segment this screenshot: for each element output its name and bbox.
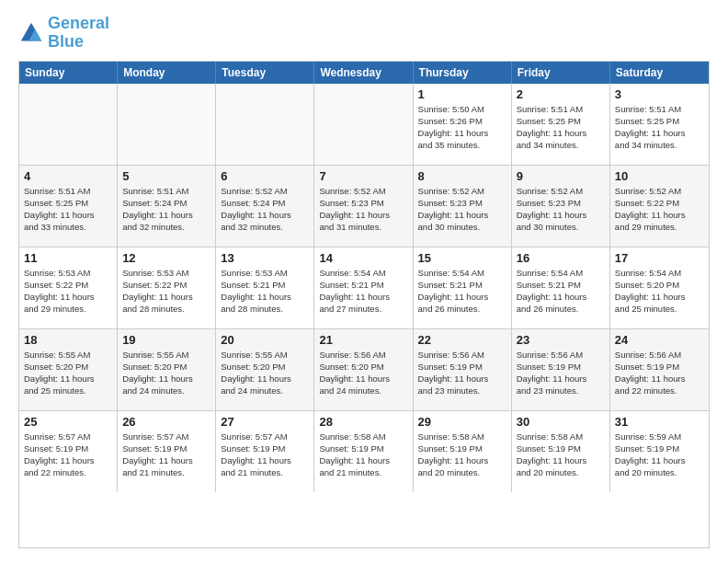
- day-number: 15: [418, 251, 506, 265]
- calendar-cell: 9Sunrise: 5:52 AM Sunset: 5:23 PM Daylig…: [512, 166, 610, 247]
- day-number: 7: [319, 169, 407, 183]
- calendar-cell: 7Sunrise: 5:52 AM Sunset: 5:23 PM Daylig…: [314, 166, 413, 247]
- calendar-cell: 30Sunrise: 5:58 AM Sunset: 5:19 PM Dayli…: [512, 411, 610, 492]
- calendar-cell: [19, 84, 118, 165]
- calendar-cell: 19Sunrise: 5:55 AM Sunset: 5:20 PM Dayli…: [118, 329, 216, 410]
- day-info: Sunrise: 5:58 AM Sunset: 5:19 PM Dayligh…: [418, 431, 506, 479]
- calendar-cell: 3Sunrise: 5:51 AM Sunset: 5:25 PM Daylig…: [610, 84, 709, 165]
- logo-icon: [18, 20, 44, 46]
- logo-text: General Blue: [48, 15, 109, 52]
- day-info: Sunrise: 5:52 AM Sunset: 5:24 PM Dayligh…: [221, 185, 309, 234]
- day-info: Sunrise: 5:58 AM Sunset: 5:19 PM Dayligh…: [319, 431, 407, 479]
- day-info: Sunrise: 5:54 AM Sunset: 5:20 PM Dayligh…: [615, 267, 704, 316]
- day-number: 24: [615, 333, 704, 347]
- header-day-tuesday: Tuesday: [216, 62, 314, 84]
- day-number: 5: [122, 169, 210, 183]
- day-info: Sunrise: 5:54 AM Sunset: 5:21 PM Dayligh…: [418, 267, 506, 316]
- header-day-sunday: Sunday: [19, 62, 118, 84]
- day-info: Sunrise: 5:53 AM Sunset: 5:21 PM Dayligh…: [221, 267, 309, 316]
- calendar-cell: 26Sunrise: 5:57 AM Sunset: 5:19 PM Dayli…: [118, 411, 216, 492]
- day-number: 10: [615, 169, 704, 183]
- day-info: Sunrise: 5:51 AM Sunset: 5:25 PM Dayligh…: [517, 103, 605, 152]
- day-info: Sunrise: 5:53 AM Sunset: 5:22 PM Dayligh…: [24, 267, 112, 316]
- calendar-header: SundayMondayTuesdayWednesdayThursdayFrid…: [19, 62, 709, 84]
- calendar-cell: 24Sunrise: 5:56 AM Sunset: 5:19 PM Dayli…: [610, 329, 709, 410]
- day-info: Sunrise: 5:56 AM Sunset: 5:19 PM Dayligh…: [615, 349, 704, 397]
- calendar-body: 1Sunrise: 5:50 AM Sunset: 5:26 PM Daylig…: [19, 84, 709, 492]
- header-day-thursday: Thursday: [414, 62, 512, 84]
- day-info: Sunrise: 5:57 AM Sunset: 5:19 PM Dayligh…: [24, 431, 112, 479]
- day-info: Sunrise: 5:53 AM Sunset: 5:22 PM Dayligh…: [122, 267, 210, 316]
- calendar-cell: 23Sunrise: 5:56 AM Sunset: 5:19 PM Dayli…: [512, 329, 610, 410]
- calendar-row-1: 1Sunrise: 5:50 AM Sunset: 5:26 PM Daylig…: [19, 84, 709, 166]
- calendar-cell: 13Sunrise: 5:53 AM Sunset: 5:21 PM Dayli…: [216, 247, 314, 328]
- header-day-friday: Friday: [512, 62, 610, 84]
- day-number: 6: [221, 169, 309, 183]
- day-number: 18: [24, 333, 112, 347]
- day-number: 26: [122, 415, 210, 429]
- calendar-cell: [216, 84, 314, 165]
- day-number: 17: [615, 251, 704, 265]
- header-day-wednesday: Wednesday: [314, 62, 413, 84]
- day-number: 8: [418, 169, 506, 183]
- calendar-cell: 10Sunrise: 5:52 AM Sunset: 5:22 PM Dayli…: [610, 166, 709, 247]
- day-number: 20: [221, 333, 309, 347]
- day-number: 2: [517, 87, 605, 101]
- day-info: Sunrise: 5:52 AM Sunset: 5:23 PM Dayligh…: [319, 185, 407, 234]
- day-info: Sunrise: 5:57 AM Sunset: 5:19 PM Dayligh…: [221, 431, 309, 479]
- calendar-cell: [314, 84, 413, 165]
- day-number: 31: [615, 415, 704, 429]
- day-number: 25: [24, 415, 112, 429]
- calendar-cell: 22Sunrise: 5:56 AM Sunset: 5:19 PM Dayli…: [414, 329, 512, 410]
- day-info: Sunrise: 5:54 AM Sunset: 5:21 PM Dayligh…: [517, 267, 605, 316]
- calendar-cell: 15Sunrise: 5:54 AM Sunset: 5:21 PM Dayli…: [414, 247, 512, 328]
- day-info: Sunrise: 5:51 AM Sunset: 5:25 PM Dayligh…: [615, 103, 704, 152]
- day-number: 22: [418, 333, 506, 347]
- day-number: 4: [24, 169, 112, 183]
- calendar-row-4: 18Sunrise: 5:55 AM Sunset: 5:20 PM Dayli…: [19, 329, 709, 411]
- calendar-cell: 4Sunrise: 5:51 AM Sunset: 5:25 PM Daylig…: [19, 166, 118, 247]
- day-number: 12: [122, 251, 210, 265]
- day-number: 14: [319, 251, 407, 265]
- calendar-cell: 2Sunrise: 5:51 AM Sunset: 5:25 PM Daylig…: [512, 84, 610, 165]
- day-number: 29: [418, 415, 506, 429]
- logo: General Blue: [18, 15, 109, 52]
- header-day-saturday: Saturday: [610, 62, 709, 84]
- calendar-cell: 29Sunrise: 5:58 AM Sunset: 5:19 PM Dayli…: [414, 411, 512, 492]
- header-day-monday: Monday: [118, 62, 216, 84]
- calendar-cell: [118, 84, 216, 165]
- calendar-cell: 17Sunrise: 5:54 AM Sunset: 5:20 PM Dayli…: [610, 247, 709, 328]
- day-info: Sunrise: 5:52 AM Sunset: 5:23 PM Dayligh…: [517, 185, 605, 234]
- day-info: Sunrise: 5:55 AM Sunset: 5:20 PM Dayligh…: [24, 349, 112, 397]
- day-info: Sunrise: 5:58 AM Sunset: 5:19 PM Dayligh…: [517, 431, 605, 479]
- day-number: 13: [221, 251, 309, 265]
- day-info: Sunrise: 5:54 AM Sunset: 5:21 PM Dayligh…: [319, 267, 407, 316]
- day-number: 30: [517, 415, 605, 429]
- day-number: 11: [24, 251, 112, 265]
- day-info: Sunrise: 5:59 AM Sunset: 5:19 PM Dayligh…: [615, 431, 704, 479]
- calendar-cell: 21Sunrise: 5:56 AM Sunset: 5:20 PM Dayli…: [314, 329, 413, 410]
- page: General Blue SundayMondayTuesdayWednesda…: [0, 0, 728, 563]
- day-info: Sunrise: 5:51 AM Sunset: 5:25 PM Dayligh…: [24, 185, 112, 234]
- header: General Blue: [18, 15, 710, 52]
- day-number: 16: [517, 251, 605, 265]
- day-info: Sunrise: 5:52 AM Sunset: 5:23 PM Dayligh…: [418, 185, 506, 234]
- day-number: 27: [221, 415, 309, 429]
- calendar-cell: 1Sunrise: 5:50 AM Sunset: 5:26 PM Daylig…: [414, 84, 512, 165]
- calendar-cell: 14Sunrise: 5:54 AM Sunset: 5:21 PM Dayli…: [314, 247, 413, 328]
- day-number: 19: [122, 333, 210, 347]
- calendar-cell: 12Sunrise: 5:53 AM Sunset: 5:22 PM Dayli…: [118, 247, 216, 328]
- day-info: Sunrise: 5:55 AM Sunset: 5:20 PM Dayligh…: [122, 349, 210, 397]
- calendar-cell: 18Sunrise: 5:55 AM Sunset: 5:20 PM Dayli…: [19, 329, 118, 410]
- day-info: Sunrise: 5:50 AM Sunset: 5:26 PM Dayligh…: [418, 103, 506, 152]
- calendar-cell: 11Sunrise: 5:53 AM Sunset: 5:22 PM Dayli…: [19, 247, 118, 328]
- calendar-cell: 28Sunrise: 5:58 AM Sunset: 5:19 PM Dayli…: [314, 411, 413, 492]
- day-info: Sunrise: 5:55 AM Sunset: 5:20 PM Dayligh…: [221, 349, 309, 397]
- day-number: 1: [418, 87, 506, 101]
- day-info: Sunrise: 5:56 AM Sunset: 5:20 PM Dayligh…: [319, 349, 407, 397]
- day-number: 9: [517, 169, 605, 183]
- calendar-row-5: 25Sunrise: 5:57 AM Sunset: 5:19 PM Dayli…: [19, 411, 709, 492]
- day-number: 3: [615, 87, 704, 101]
- day-number: 21: [319, 333, 407, 347]
- calendar-cell: 16Sunrise: 5:54 AM Sunset: 5:21 PM Dayli…: [512, 247, 610, 328]
